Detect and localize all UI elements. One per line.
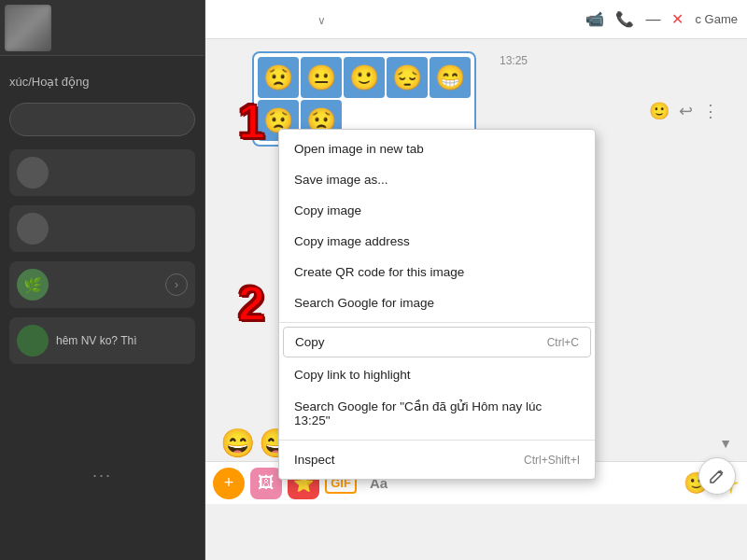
context-divider-2 [279,440,595,441]
bottom-emoji: 😄 [220,427,255,459]
avatar: 🌿 [17,269,49,301]
emoji-cell: 😁 [430,57,471,98]
list-item[interactable]: hêm NV ko? Thì [9,317,195,364]
sidebar: xúc/Hoạt động 🌿 › hêm NV ko? Thì ··· [0,0,205,560]
context-copy-link-highlight[interactable]: Copy link to highlight [279,359,595,390]
context-divider [279,322,595,323]
emoji-cell: 😐 [301,57,342,98]
context-search-google-text[interactable]: Search Google for "Cần đã gửi Hôm nay lú… [279,390,595,436]
item-text: hêm NV ko? Thì [56,334,136,347]
close-icon[interactable]: ✕ [671,10,684,28]
context-inspect[interactable]: Inspect Ctrl+Shift+I [279,444,595,475]
game-label: c Game [695,12,738,26]
context-menu: Open image in new tab Save image as... C… [278,129,596,480]
step-2-label: 2 [238,275,265,331]
step-1-label: 1 [238,93,265,149]
context-open-image[interactable]: Open image in new tab [279,133,595,164]
avatar [17,325,49,357]
context-copy[interactable]: Copy Ctrl+C [283,327,591,357]
context-copy-image-address[interactable]: Copy image address [279,226,595,257]
emoji-cell: 🙂 [344,57,385,98]
more-emojis-button[interactable]: ▼ [719,436,732,451]
list-item[interactable]: 🌿 › [9,261,195,308]
sidebar-dots: ··· [92,466,112,485]
msg-toolbar: 🙂 ↩ ⋮ [649,101,719,121]
emoji-react-icon[interactable]: 🙂 [649,101,669,121]
add-button[interactable]: + [213,468,245,499]
reply-icon[interactable]: ↩ [679,101,693,121]
context-copy-image[interactable]: Copy image [279,195,595,226]
list-item[interactable] [9,149,195,196]
avatar [17,157,49,189]
emoji-cell: 😔 [387,57,428,98]
chevron-down-icon[interactable]: ∨ [317,14,326,27]
image-button[interactable]: 🖼 [250,468,282,499]
chat-header: 📹 📞 — ✕ c Game [205,0,747,39]
context-create-qr[interactable]: Create QR code for this image [279,257,595,287]
minimize-icon[interactable]: — [645,11,660,28]
context-save-image[interactable]: Save image as... [279,164,595,195]
chevron-right-icon[interactable]: › [165,273,188,296]
video-icon[interactable]: 📹 [585,10,604,28]
more-options-icon[interactable]: ⋮ [702,101,719,121]
sidebar-top [0,0,204,56]
list-item[interactable] [9,205,195,252]
avatar [17,213,49,245]
context-search-google-image[interactable]: Search Google for image [279,287,595,318]
emoji-cell: 😟 [258,57,299,98]
compose-button[interactable] [698,457,736,495]
sidebar-status: xúc/Hoạt động [9,75,195,89]
phone-icon[interactable]: 📞 [615,10,634,28]
sidebar-search[interactable] [9,103,195,136]
sidebar-avatar [5,5,51,51]
